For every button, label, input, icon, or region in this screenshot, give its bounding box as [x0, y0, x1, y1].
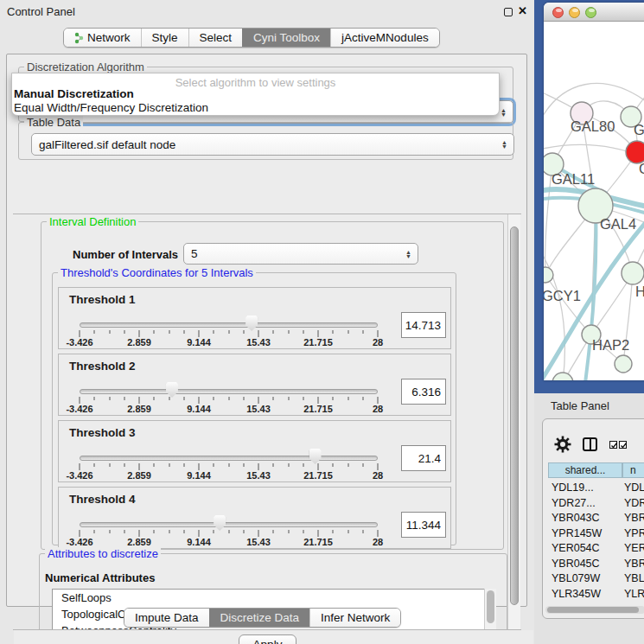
slider-thumb[interactable]	[214, 515, 226, 531]
slider-tick	[94, 463, 95, 467]
tab-infer-network[interactable]: Infer Network	[309, 609, 400, 627]
checkbox-icon[interactable]	[619, 441, 627, 449]
slider-tick	[243, 330, 244, 334]
numerical-attributes-label: Numerical Attributes	[45, 571, 155, 584]
tab-jactivemnodules[interactable]: jActiveMNodules	[330, 29, 439, 47]
slider-tick	[214, 463, 214, 467]
network-window-titlebar[interactable]	[544, 3, 644, 22]
scrollbar-thumb[interactable]	[510, 226, 519, 605]
slider-tick	[348, 330, 348, 334]
attributes-list-scrollbar[interactable]	[484, 589, 496, 630]
slider-tick	[124, 397, 124, 400]
threshold-value-field[interactable]	[401, 512, 446, 538]
column-header-name[interactable]: n	[622, 462, 644, 478]
tab-style[interactable]: Style	[141, 29, 188, 47]
cell-shared-name: YDR27...	[552, 497, 596, 509]
checkbox-icon[interactable]	[609, 441, 617, 449]
tab-network[interactable]: Network	[64, 29, 141, 47]
slider-track[interactable]	[80, 456, 378, 461]
table-row[interactable]: YBR045CYBR0	[546, 558, 644, 573]
slider-tick	[94, 330, 95, 334]
table-row[interactable]: YIL053CYIL0	[546, 603, 644, 604]
slider-tick-label: 15.43	[246, 337, 271, 348]
slider-tick-label: 15.43	[246, 470, 271, 481]
float-window-icon[interactable]	[504, 8, 513, 16]
slider-tick	[139, 397, 140, 404]
cell-shared-name: YDL19...	[552, 481, 594, 494]
slider-thumb[interactable]	[309, 449, 322, 464]
scrollbar-thumb[interactable]	[547, 607, 639, 613]
slider-tick	[243, 463, 244, 467]
table-row[interactable]: YBR043CYBR0	[546, 512, 644, 527]
number-of-intervals-combobox[interactable]: 5 ▲▼	[183, 243, 418, 265]
column-header-shared[interactable]: shared...	[548, 462, 622, 478]
table-data-group: Table Data galFiltered.sif default node …	[18, 122, 513, 160]
slider-track[interactable]	[80, 522, 378, 527]
tab-cyni-toolbox[interactable]: Cyni Toolbox	[242, 29, 330, 47]
table-row[interactable]: YDL19...YDL1	[546, 481, 644, 497]
attribute-list-item[interactable]: SelfLoops	[53, 590, 495, 606]
slider-tick-label: 2.859	[127, 470, 151, 481]
slider-tick	[199, 397, 200, 404]
table-row[interactable]: YPR145WYPR1	[546, 527, 644, 543]
network-node-label: HAP2	[592, 337, 629, 353]
network-node[interactable]	[622, 262, 644, 284]
slider-tick	[228, 463, 229, 467]
slider-tick	[80, 397, 80, 404]
gear-icon[interactable]	[554, 436, 571, 453]
slider-tick	[80, 330, 80, 337]
threshold-value-field[interactable]	[401, 312, 446, 338]
slider-tick-label: 15.43	[246, 537, 271, 547]
slider-tick	[303, 530, 303, 533]
slider-tick	[109, 330, 110, 334]
table-row[interactable]: YDR27...YDR2	[546, 497, 644, 513]
slider-tick-label: -3.426	[66, 337, 92, 348]
table-row[interactable]: YLR345WYLR3	[546, 588, 644, 603]
close-traffic-light-icon[interactable]	[552, 7, 564, 18]
slider-thumb[interactable]	[245, 316, 258, 331]
slider-tick	[348, 530, 348, 533]
threshold-label: Threshold 3	[69, 426, 136, 439]
network-node[interactable]	[544, 267, 553, 283]
slider-track[interactable]	[80, 322, 378, 328]
table-rows: YDL19...YDL1YDR27...YDR2YBR043CYBR0YPR14…	[546, 481, 644, 604]
table-data-combobox[interactable]: galFiltered.sif default node ▲▼	[31, 133, 514, 156]
algorithm-option-manual[interactable]: Manual Discretization	[14, 87, 134, 100]
network-node-label: GAL4	[600, 216, 636, 232]
slider-tick	[303, 463, 303, 467]
slider-tick	[273, 463, 274, 467]
tab-impute-data[interactable]: Impute Data	[124, 609, 209, 627]
split-columns-icon[interactable]	[583, 437, 597, 451]
tab-select[interactable]: Select	[188, 29, 243, 47]
algorithm-option-equal-width[interactable]: Equal Width/Frequency Discretization	[14, 101, 208, 114]
slider-tick	[378, 330, 379, 337]
threshold-value-field[interactable]	[401, 445, 446, 471]
slider-track[interactable]	[80, 389, 378, 394]
tab-discretize-data[interactable]: Discretize Data	[209, 609, 310, 627]
zoom-traffic-light-icon[interactable]	[585, 7, 596, 18]
slider-tick	[124, 463, 124, 467]
threshold-value-field[interactable]	[401, 379, 446, 405]
slider-tick	[154, 530, 155, 533]
close-icon[interactable]: ✕	[518, 4, 527, 17]
network-node[interactable]	[552, 373, 573, 380]
table-panel-body: shared... n YDL19...YDL1YDR27...YDR2YBR0…	[542, 418, 644, 619]
slider-tick-label: 21.715	[303, 470, 333, 481]
network-node[interactable]	[615, 355, 632, 373]
table-row[interactable]: YER054CYER0	[546, 542, 644, 558]
table-row[interactable]: YBL079WYBL0	[546, 572, 644, 588]
slider-tick	[378, 463, 379, 470]
minimize-traffic-light-icon[interactable]	[569, 7, 580, 18]
settings-vertical-scrollbar[interactable]	[507, 214, 520, 630]
network-window[interactable]: GAL80GACGAL11GAL4GCY1HHAP2	[544, 3, 644, 380]
thresholds-group-title: Threshold's Coordinates for 5 Intervals	[58, 266, 256, 279]
slider-tick-labels: -3.4262.8599.14415.4321.71528	[80, 404, 378, 414]
network-canvas[interactable]: GAL80GACGAL11GAL4GCY1HHAP2	[544, 22, 644, 380]
cyni-panel-body: Discretization Algorithm ▲▼ Table Data g…	[6, 54, 527, 607]
network-node-label: GCY1	[544, 288, 581, 303]
slider-tick	[333, 463, 334, 467]
table-horizontal-scrollbar[interactable]	[545, 606, 644, 614]
apply-button[interactable]: Apply	[239, 634, 296, 644]
slider-thumb[interactable]	[166, 382, 178, 398]
slider-tick	[318, 530, 319, 537]
